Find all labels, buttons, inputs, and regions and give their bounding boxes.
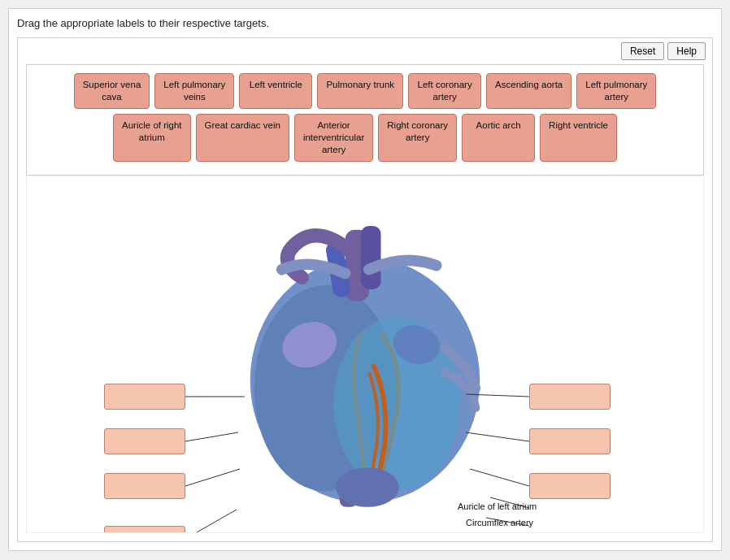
page-wrapper: Drag the appropriate labels to their res… (8, 8, 722, 551)
help-button[interactable]: Help (667, 42, 706, 60)
heart-illustration (219, 206, 511, 514)
chip-anterior-interventricular[interactable]: Anteriorinterventricularartery (294, 114, 373, 162)
label-auricle-left-atrium: Auricle of left atrium (458, 501, 537, 511)
labels-area: Superior venacava Left pulmonaryveins Le… (26, 64, 704, 176)
drop-box-right-2[interactable] (529, 428, 611, 454)
label-circumflex-artery: Circumflex artery (466, 518, 533, 527)
chip-auricle-right-atrium[interactable]: Auricle of rightatrium (113, 114, 191, 162)
chip-right-ventricle[interactable]: Right ventricle (540, 114, 617, 162)
svg-point-9 (336, 467, 399, 507)
labels-row-1: Superior venacava Left pulmonaryveins Le… (35, 73, 695, 109)
drop-box-right-3[interactable] (529, 473, 611, 499)
main-container: Reset Help Superior venacava Left pulmon… (17, 37, 713, 542)
svg-rect-3 (361, 226, 380, 289)
chip-aortic-arch[interactable]: Aortic arch (462, 114, 535, 162)
chip-left-pulmonary-veins[interactable]: Left pulmonaryveins (154, 73, 234, 109)
diagram-area: Auricle of left atrium Circumflex artery… (26, 176, 704, 533)
chip-left-coronary-artery[interactable]: Left coronaryartery (408, 73, 481, 109)
chip-left-pulmonary-artery[interactable]: Left pulmonaryartery (576, 73, 656, 109)
drop-box-left-4[interactable] (104, 526, 185, 533)
drop-box-left-3[interactable] (104, 473, 185, 499)
drop-box-left-2[interactable] (104, 428, 185, 454)
labels-row-2: Auricle of rightatrium Great cardiac vei… (35, 114, 695, 162)
chip-left-ventricle[interactable]: Left ventricle (239, 73, 312, 109)
chip-right-coronary-artery[interactable]: Right coronaryartery (378, 114, 457, 162)
chip-superior-vena-cava[interactable]: Superior venacava (74, 73, 150, 109)
reset-button[interactable]: Reset (621, 42, 664, 60)
chip-pulmonary-trunk[interactable]: Pulmonary trunk (317, 73, 403, 109)
drop-box-left-1[interactable] (104, 384, 185, 410)
chip-ascending-aorta[interactable]: Ascending aorta (486, 73, 571, 109)
drop-box-right-1[interactable] (529, 384, 611, 410)
instruction-text: Drag the appropriate labels to their res… (17, 17, 713, 29)
top-bar: Reset Help (18, 38, 712, 64)
chip-great-cardiac-vein[interactable]: Great cardiac vein (196, 114, 289, 162)
